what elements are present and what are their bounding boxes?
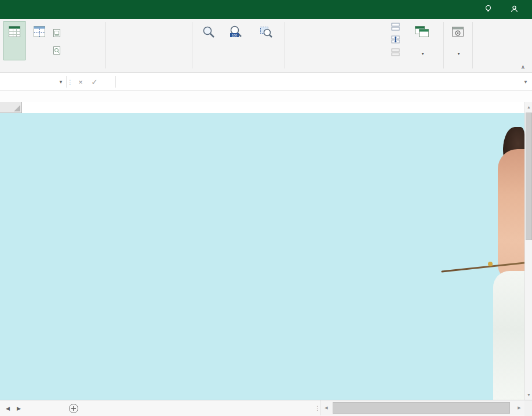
formula-bar-drag-handle[interactable]: ⋮ (67, 73, 74, 91)
view-side-by-side-icon (391, 23, 400, 32)
normal-view-button[interactable] (3, 21, 25, 60)
normal-view-icon (7, 24, 22, 39)
formula-input[interactable] (116, 73, 519, 91)
sheet-canvas[interactable] (0, 113, 524, 400)
scrollbar-corner (524, 400, 532, 416)
zoom-100-icon: 100 (229, 24, 243, 39)
excel-window: 100 ▾ ▾ (0, 0, 532, 416)
zoom-100-button[interactable]: 100 (224, 21, 248, 60)
macros-dropdown-arrow: ▾ (457, 51, 460, 56)
synchronous-scrolling-button[interactable] (389, 34, 401, 46)
person-icon (511, 5, 518, 15)
group-window: ▾ (285, 19, 443, 73)
scroll-down-arrow[interactable]: ▼ (525, 390, 532, 400)
page-layout-button[interactable] (52, 27, 65, 39)
group-separator (472, 22, 473, 68)
ribbon-tab-bar (0, 0, 532, 19)
group-workbook-views (1, 19, 104, 73)
page-layout-icon (52, 28, 63, 38)
enter-icon[interactable]: ✓ (88, 73, 101, 91)
lightbulb-icon (484, 5, 492, 15)
plus-icon (69, 404, 78, 413)
share-button[interactable] (511, 5, 522, 15)
sheet-nav-left-arrow[interactable]: ◀ (6, 406, 10, 411)
new-sheet-button[interactable] (64, 400, 83, 416)
horizontal-scrollbar-thumb[interactable] (333, 402, 510, 414)
macros-icon (451, 24, 465, 39)
select-all-corner[interactable] (0, 102, 22, 113)
scroll-right-arrow[interactable]: ▶ (514, 400, 524, 415)
switch-windows-button[interactable]: ▾ (405, 21, 439, 60)
tab-scrollbar-splitter[interactable]: ⋮ (315, 400, 320, 415)
scroll-up-arrow[interactable]: ▲ (525, 102, 532, 112)
group-zoom: 100 (192, 19, 284, 73)
ribbon-view-tab-content: 100 ▾ ▾ (0, 19, 532, 73)
name-box[interactable] (0, 73, 56, 91)
switch-windows-dropdown-arrow: ▾ (421, 51, 424, 56)
group-macros: ▾ (444, 19, 472, 73)
sheet-background-photo-bead (488, 262, 493, 266)
synchronous-scrolling-icon (391, 35, 400, 45)
tabbar-right (484, 0, 532, 19)
scroll-left-arrow[interactable]: ◀ (321, 400, 331, 415)
zoom-button[interactable] (195, 21, 223, 60)
sheet-background-photo-face (498, 149, 524, 280)
page-break-preview-button[interactable] (28, 21, 51, 60)
sheet-background-photo-shirt (493, 271, 524, 400)
formula-bar: ▼ ⋮ × ✓ ▼ (0, 73, 532, 91)
insert-function-button[interactable] (101, 73, 115, 91)
vertical-scrollbar[interactable]: ▲ ▼ (524, 102, 532, 400)
name-box-dropdown-arrow[interactable]: ▼ (56, 73, 66, 91)
view-side-by-side-button[interactable] (389, 21, 401, 33)
zoom-to-selection-button[interactable] (250, 21, 282, 60)
custom-views-icon (52, 46, 63, 55)
zoom-to-selection-icon (259, 24, 273, 39)
zoom-icon (202, 24, 216, 39)
tell-me-button[interactable] (484, 5, 495, 15)
cancel-icon[interactable]: × (74, 73, 88, 91)
reset-window-position-button[interactable] (389, 47, 401, 59)
horizontal-scrollbar[interactable]: ◀ ▶ (320, 400, 524, 415)
group-show (107, 19, 191, 73)
group-separator (105, 22, 106, 68)
sheet-tab-navigation: ◀ ▶ (0, 400, 27, 416)
switch-windows-icon (414, 24, 429, 39)
page-break-preview-icon (32, 24, 47, 39)
vertical-scrollbar-thumb[interactable] (526, 113, 532, 240)
custom-views-button[interactable] (52, 45, 65, 56)
reset-window-position-icon (391, 48, 400, 58)
formula-grid-gap (0, 91, 532, 102)
svg-text:100: 100 (232, 34, 237, 37)
macros-button[interactable]: ▾ (447, 21, 469, 60)
collapse-ribbon-button[interactable]: ∧ (521, 64, 525, 70)
expand-formula-bar-arrow[interactable]: ▼ (519, 73, 532, 91)
sheet-nav-right-arrow[interactable]: ▶ (17, 406, 21, 411)
